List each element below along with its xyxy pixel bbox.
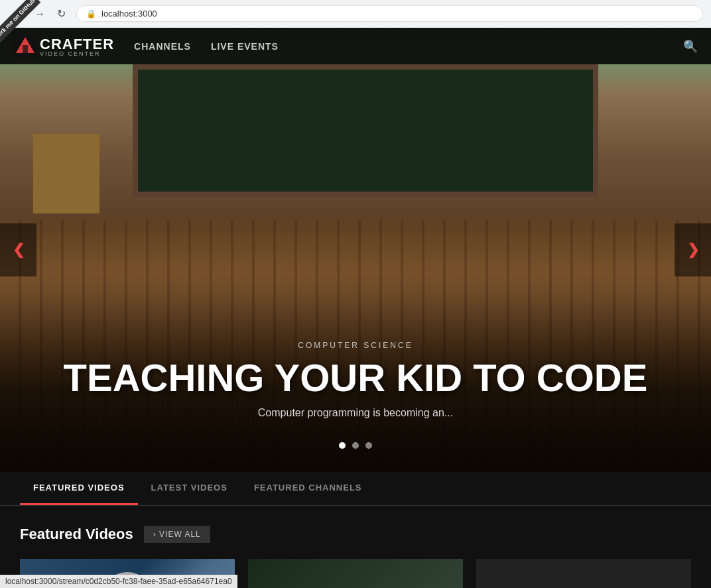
podium [33,134,99,213]
next-button[interactable]: ❯ [675,223,711,276]
tabs-bar: FEATURED VIDEOS LATEST VIDEOS FEATURED C… [0,472,711,506]
dot-1[interactable] [339,442,346,449]
hero-image: COMPUTER SCIENCE TEACHING YOUR KID TO CO… [0,28,711,472]
thumb-number: 22 [326,585,385,588]
video-thumb-2: 22 [248,559,463,588]
fork-ribbon[interactable]: Fork me on GitHub [0,0,66,66]
video-thumb-3: IGN [476,559,691,588]
hero-description: Computer programming is becoming an... [0,407,711,419]
tab-featured-channels[interactable]: FEATURED CHANNELS [241,472,375,505]
hero-slider: COMPUTER SCIENCE TEACHING YOUR KID TO CO… [0,28,711,472]
tab-latest-videos[interactable]: LATEST VIDEOS [138,472,241,505]
tab-featured-videos[interactable]: FEATURED VIDEOS [20,472,138,505]
nav-live-events[interactable]: LIVE EVENTS [211,38,279,55]
hero-title: TEACHING YOUR KID TO CODE [0,357,711,399]
dot-2[interactable] [352,442,359,449]
fork-ribbon-text: Fork me on GitHub [0,0,40,44]
video-card-2[interactable]: 22 [248,559,463,588]
address-bar[interactable]: 🔒 localhost:3000 [76,5,703,22]
view-all-button[interactable]: › VIEW ALL [144,526,210,543]
prev-button[interactable]: ❮ [0,223,36,276]
browser-chrome: ← → ↻ 🔒 localhost:3000 [0,0,711,28]
nav-channels[interactable]: CHANNELS [134,38,191,55]
page: Fork me on GitHub CRAFTER VIDEO CENTER C… [0,28,711,588]
section-title: Featured Videos [20,526,133,543]
section-header: Featured Videos › VIEW ALL [20,526,691,543]
video-card-3[interactable]: IGN [476,559,691,588]
main-nav: CHANNELS LIVE EVENTS [134,38,683,55]
hero-dots [0,442,711,449]
lock-icon: 🔒 [86,9,96,19]
dot-3[interactable] [365,442,372,449]
search-button[interactable]: 🔍 [683,39,698,54]
hero-category: COMPUTER SCIENCE [0,341,711,350]
site-header: CRAFTER VIDEO CENTER CHANNELS LIVE EVENT… [0,28,711,64]
url-text: localhost:3000 [101,9,157,19]
blackboard [133,64,598,197]
status-bar: localhost:3000/stream/c0d2cb50-fc38-faee… [0,575,237,588]
hero-content: COMPUTER SCIENCE TEACHING YOUR KID TO CO… [0,341,711,419]
